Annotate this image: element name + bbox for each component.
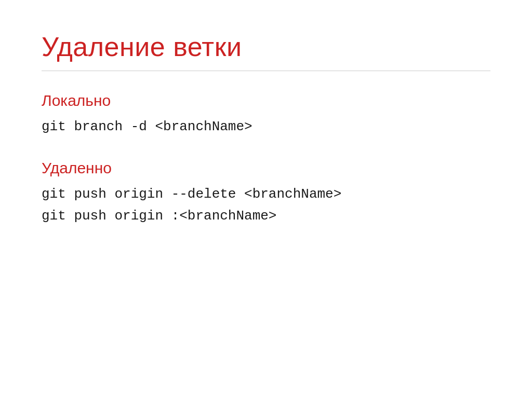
remote-heading: Удаленно (42, 159, 490, 177)
local-heading: Локально (42, 92, 490, 109)
local-command-1: git branch -d <branchName> (42, 119, 490, 134)
remote-section: Удаленно git push origin --delete <branc… (42, 159, 490, 230)
title-divider (42, 71, 490, 71)
remote-command-1: git push origin --delete <branchName> (42, 186, 490, 202)
local-section: Локально git branch -d <branchName> (42, 92, 490, 141)
remote-command-2: git push origin :<branchName> (42, 208, 490, 224)
slide-container: Удаление ветки Локально git branch -d <b… (0, 0, 532, 398)
slide-title: Удаление ветки (42, 31, 490, 62)
